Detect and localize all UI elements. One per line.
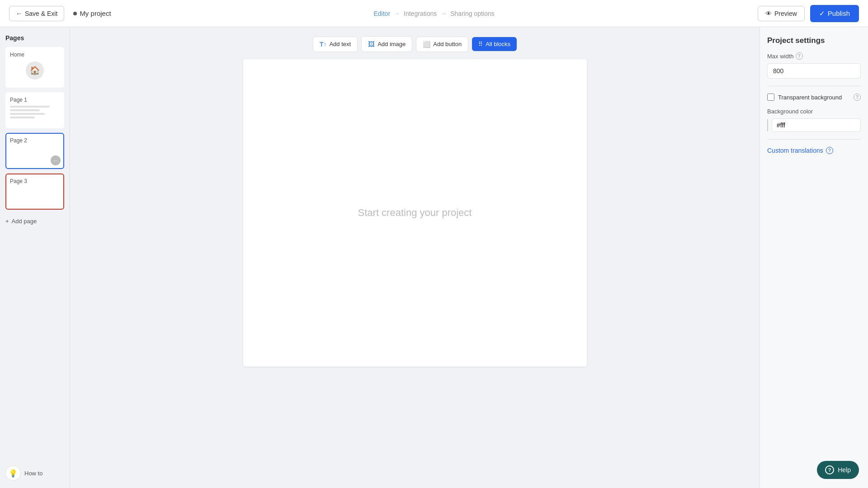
nav-arrow-1: → bbox=[394, 10, 400, 17]
canvas-area: T↑ Add text 🖼 Add image ⬜ Add button ⠿ A… bbox=[70, 27, 760, 488]
bg-color-section: Background color bbox=[767, 108, 861, 132]
panel-divider-2 bbox=[767, 139, 861, 140]
bg-color-label: Background color bbox=[767, 108, 861, 115]
home-icon-wrap: 🏠 bbox=[26, 61, 44, 80]
page-card-3[interactable]: Page 3 bbox=[5, 174, 64, 210]
header: ← Save & Exit My project Editor → Integr… bbox=[0, 0, 868, 27]
transparent-bg-section: Transparent background ? bbox=[767, 94, 861, 101]
page-line bbox=[10, 117, 35, 118]
publish-label: Publish bbox=[828, 9, 850, 17]
help-circle-icon: ? bbox=[825, 465, 834, 474]
add-text-button[interactable]: T↑ Add text bbox=[313, 37, 358, 52]
preview-button[interactable]: 👁 Preview bbox=[758, 6, 805, 21]
page-line bbox=[10, 113, 45, 115]
max-width-help-icon[interactable]: ? bbox=[796, 52, 803, 60]
save-exit-button[interactable]: ← Save & Exit bbox=[9, 6, 64, 21]
how-to-label: How to bbox=[24, 470, 42, 477]
panel-divider-1 bbox=[767, 86, 861, 86]
right-panel: Project settings Max width ? Transparent… bbox=[760, 27, 868, 488]
help-button[interactable]: ? Help bbox=[817, 461, 859, 479]
how-to-button[interactable]: 💡 How to bbox=[5, 465, 42, 481]
transparent-bg-label: Transparent background bbox=[778, 94, 850, 101]
page-card-1[interactable]: Page 1 bbox=[5, 92, 64, 128]
nav-integrations[interactable]: Integrations bbox=[404, 10, 437, 17]
page-card-3-title: Page 3 bbox=[10, 178, 60, 184]
add-page-button[interactable]: + Add page bbox=[5, 216, 64, 226]
lightbulb-icon: 💡 bbox=[5, 465, 21, 481]
transparent-bg-checkbox[interactable] bbox=[767, 94, 774, 101]
project-name: My project bbox=[73, 9, 111, 17]
canvas[interactable]: Start creating your project bbox=[243, 59, 587, 366]
button-icon: ⬜ bbox=[423, 41, 430, 48]
add-button-label: Add button bbox=[433, 41, 462, 47]
color-input[interactable] bbox=[772, 118, 861, 132]
project-name-label: My project bbox=[80, 9, 111, 17]
custom-translations-link[interactable]: Custom translations ? bbox=[767, 147, 861, 154]
image-icon: 🖼 bbox=[368, 40, 375, 48]
nav-editor[interactable]: Editor bbox=[373, 10, 390, 17]
all-blocks-button[interactable]: ⠿ All blocks bbox=[472, 37, 517, 51]
transparent-bg-help-icon[interactable]: ? bbox=[854, 94, 861, 101]
max-width-label: Max width bbox=[767, 53, 794, 60]
eye-icon: 👁 bbox=[765, 10, 772, 17]
canvas-placeholder: Start creating your project bbox=[358, 207, 472, 219]
max-width-label-row: Max width ? bbox=[767, 52, 861, 60]
help-label: Help bbox=[838, 466, 851, 474]
nav-arrow-2: → bbox=[440, 10, 447, 17]
back-arrow-icon: ← bbox=[16, 10, 22, 17]
page-card-1-content bbox=[10, 106, 60, 118]
main-layout: Feedback Pages Home 🏠 Page 1 Page 2 ··· bbox=[0, 27, 868, 488]
text-icon: T↑ bbox=[320, 41, 327, 48]
project-dot bbox=[73, 12, 77, 15]
plus-icon: + bbox=[5, 218, 9, 225]
home-icon: 🏠 bbox=[30, 66, 40, 75]
page-card-1-title: Page 1 bbox=[10, 97, 60, 103]
pages-title: Pages bbox=[5, 34, 64, 42]
bg-color-row bbox=[767, 118, 861, 132]
sidebar: Feedback Pages Home 🏠 Page 1 Page 2 ··· bbox=[0, 27, 70, 488]
max-width-input[interactable] bbox=[767, 63, 861, 79]
add-image-button[interactable]: 🖼 Add image bbox=[361, 36, 412, 52]
preview-label: Preview bbox=[774, 10, 797, 17]
header-right: 👁 Preview ✓ Publish bbox=[758, 5, 859, 22]
transparent-bg-row: Transparent background ? bbox=[767, 94, 861, 101]
nav-sharing[interactable]: Sharing options bbox=[450, 10, 494, 17]
header-nav: Editor → Integrations → Sharing options bbox=[373, 10, 494, 17]
header-left: ← Save & Exit My project bbox=[9, 6, 111, 21]
page-line bbox=[10, 109, 40, 111]
publish-button[interactable]: ✓ Publish bbox=[810, 5, 859, 22]
add-page-label: Add page bbox=[12, 218, 37, 225]
check-icon: ✓ bbox=[819, 9, 825, 18]
page-card-2-title: Page 2 bbox=[10, 137, 60, 144]
save-exit-label: Save & Exit bbox=[25, 10, 57, 17]
page-card-2[interactable]: Page 2 ··· bbox=[5, 133, 64, 169]
add-text-label: Add text bbox=[329, 41, 351, 47]
page-card-home[interactable]: Home 🏠 bbox=[5, 47, 64, 88]
all-blocks-label: All blocks bbox=[486, 41, 510, 47]
color-swatch[interactable] bbox=[767, 119, 768, 131]
grid-icon: ⠿ bbox=[478, 41, 483, 47]
page-card-more-menu[interactable]: ··· bbox=[51, 155, 61, 165]
add-button-button[interactable]: ⬜ Add button bbox=[416, 37, 468, 52]
page-line bbox=[10, 106, 50, 108]
page-card-home-title: Home bbox=[10, 52, 60, 58]
custom-translations-label: Custom translations bbox=[767, 147, 823, 154]
custom-translations-help-icon[interactable]: ? bbox=[826, 147, 833, 154]
max-width-section: Max width ? bbox=[767, 52, 861, 79]
add-image-label: Add image bbox=[377, 41, 406, 47]
panel-title: Project settings bbox=[767, 36, 861, 45]
editor-toolbar: T↑ Add text 🖼 Add image ⬜ Add button ⠿ A… bbox=[313, 36, 517, 52]
